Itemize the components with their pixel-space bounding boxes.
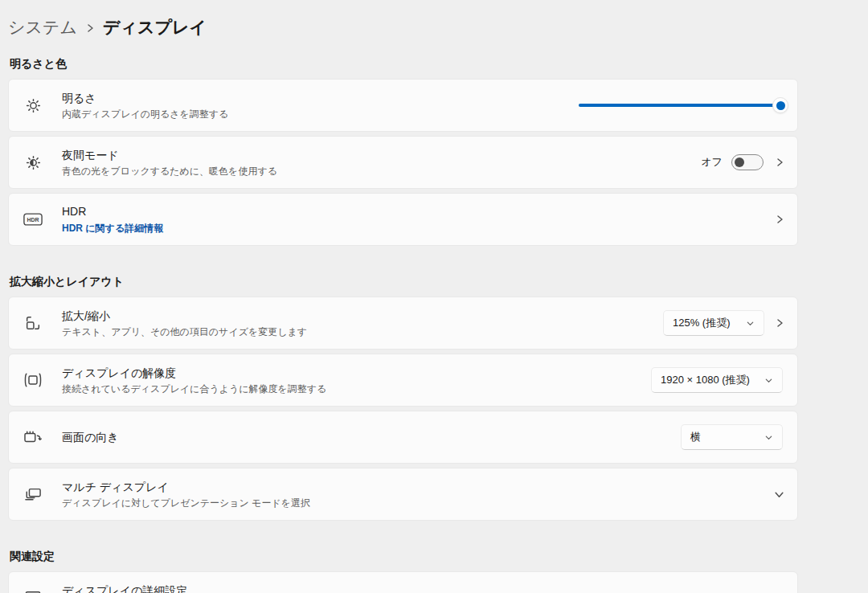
- row-scale: 拡大/縮小 テキスト、アプリ、その他の項目のサイズを変更します 125% (推奨…: [8, 296, 798, 350]
- hdr-title: HDR: [62, 204, 775, 219]
- chevron-down-icon: [774, 489, 784, 500]
- brightness-subtitle: 内蔵ディスプレイの明るさを調整する: [62, 108, 579, 121]
- row-hdr[interactable]: HDR HDR HDR に関する詳細情報: [8, 193, 798, 246]
- row-multi-display[interactable]: マルチ ディスプレイ ディスプレイに対してプレゼンテーション モードを選択: [8, 468, 798, 521]
- multi-display-subtitle: ディスプレイに対してプレゼンテーション モードを選択: [62, 497, 774, 509]
- resolution-title: ディスプレイの解像度: [62, 366, 651, 381]
- row-orientation: 画面の向き 横: [8, 411, 798, 464]
- scale-dropdown-value: 125% (推奨): [673, 316, 731, 330]
- row-advanced-display[interactable]: ディスプレイの詳細設定 ディスプレイ情報、リフレッシュ レートなどを表示します: [8, 571, 798, 593]
- chevron-right-icon: [775, 215, 784, 224]
- toggle-knob: [735, 157, 744, 167]
- resolution-subtitle: 接続されているディスプレイに合うように解像度を調整する: [62, 382, 651, 395]
- rotate-screen-icon: [23, 429, 43, 445]
- night-light-toggle[interactable]: [731, 154, 764, 170]
- chevron-down-icon: [746, 319, 755, 328]
- scale-subtitle: テキスト、アプリ、その他の項目のサイズを変更します: [62, 325, 663, 338]
- multi-display-icon: [23, 486, 43, 502]
- page-title: ディスプレイ: [103, 16, 207, 39]
- breadcrumb: システム ディスプレイ: [8, 14, 798, 40]
- night-light-title: 夜間モード: [62, 148, 701, 163]
- brightness-slider[interactable]: [579, 97, 781, 113]
- brightness-slider-fill: [579, 104, 781, 107]
- chevron-right-icon: [775, 157, 784, 167]
- night-light-toggle-label: オフ: [701, 155, 723, 170]
- monitor-icon: [23, 590, 43, 593]
- sun-icon: [23, 97, 43, 114]
- chevron-right-icon: [775, 318, 784, 328]
- scale-dropdown[interactable]: 125% (推奨): [663, 310, 764, 336]
- hdr-info-link[interactable]: HDR に関する詳細情報: [62, 222, 775, 235]
- brightness-slider-thumb[interactable]: [772, 97, 788, 113]
- night-light-subtitle: 青色の光をブロックするために、暖色を使用する: [62, 165, 701, 178]
- scale-icon: [23, 314, 43, 332]
- resolution-dropdown-value: 1920 × 1080 (推奨): [661, 373, 750, 387]
- row-brightness: 明るさ 内蔵ディスプレイの明るさを調整する: [8, 79, 798, 132]
- chevron-down-icon: [764, 433, 773, 442]
- orientation-dropdown[interactable]: 横: [681, 424, 783, 450]
- orientation-title: 画面の向き: [62, 430, 681, 445]
- advanced-display-title: ディスプレイの詳細設定: [62, 583, 775, 593]
- brightness-title: 明るさ: [62, 91, 579, 106]
- orientation-dropdown-value: 横: [690, 430, 701, 444]
- scale-title: 拡大/縮小: [62, 309, 663, 324]
- row-night-light: 夜間モード 青色の光をブロックするために、暖色を使用する オフ: [8, 136, 798, 189]
- section-title-related-settings: 関連設定: [10, 550, 798, 564]
- breadcrumb-system[interactable]: システム: [8, 16, 77, 39]
- settings-display-page: システム ディスプレイ 明るさと色 明るさ 内蔵ディスプレイの明るさを調整する: [0, 0, 868, 593]
- section-title-brightness-color: 明るさと色: [10, 57, 798, 72]
- hdr-badge-icon: HDR: [23, 212, 43, 227]
- chevron-right-icon: [85, 21, 95, 34]
- svg-text:HDR: HDR: [27, 217, 39, 223]
- chevron-down-icon: [764, 376, 773, 385]
- section-title-scale-layout: 拡大縮小とレイアウト: [10, 275, 798, 289]
- resolution-icon: [23, 372, 43, 388]
- multi-display-title: マルチ ディスプレイ: [62, 480, 774, 495]
- resolution-dropdown[interactable]: 1920 × 1080 (推奨): [651, 367, 783, 393]
- row-resolution: ディスプレイの解像度 接続されているディスプレイに合うように解像度を調整する 1…: [8, 354, 798, 407]
- night-light-icon: [23, 154, 43, 171]
